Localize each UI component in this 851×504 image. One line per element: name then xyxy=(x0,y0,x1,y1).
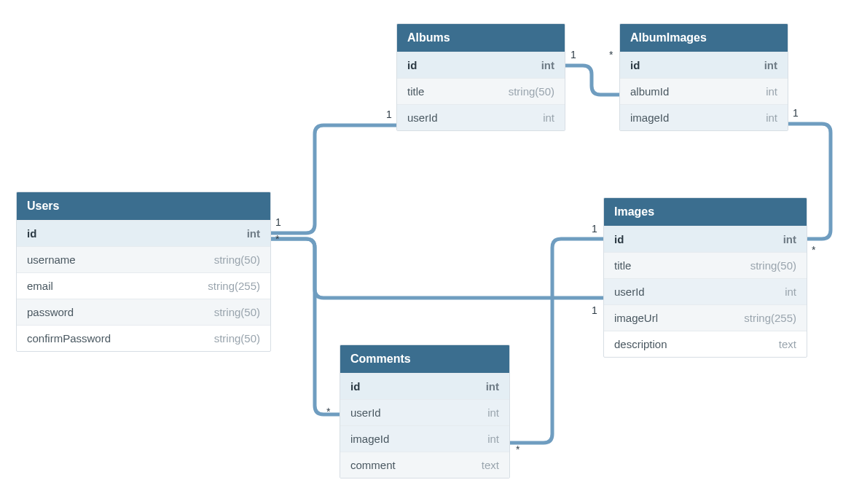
field-name: username xyxy=(27,253,76,266)
field-row: email string(255) xyxy=(17,272,270,299)
field-type: int xyxy=(486,380,499,393)
cardinality-label: 1 xyxy=(592,223,597,235)
field-name: userId xyxy=(614,286,645,298)
cardinality-label: 1 xyxy=(386,109,392,120)
field-type: string(50) xyxy=(750,259,796,272)
field-type: string(50) xyxy=(509,85,554,98)
field-row: password string(50) xyxy=(17,299,270,325)
edge-users-comments xyxy=(271,239,340,414)
field-row: imageId int xyxy=(620,104,788,130)
field-type: int xyxy=(766,111,777,124)
field-type: int xyxy=(785,286,796,298)
entity-header: Users xyxy=(17,192,270,220)
field-name: imageId xyxy=(630,111,669,124)
field-row: userId int xyxy=(604,278,807,304)
field-name: email xyxy=(27,280,53,292)
cardinality-label: 1 xyxy=(592,304,597,316)
field-type: string(50) xyxy=(214,253,260,266)
entity-albumimages[interactable]: AlbumImages id int albumId int imageId i… xyxy=(619,23,788,131)
edge-users-albums xyxy=(271,125,396,233)
field-name: id xyxy=(27,227,36,240)
cardinality-label: 1 xyxy=(570,49,576,60)
field-name: title xyxy=(614,259,631,272)
entity-users[interactable]: Users id int username string(50) email s… xyxy=(16,192,271,352)
edge-users-images xyxy=(271,239,603,298)
field-type: text xyxy=(482,459,499,471)
field-type: int xyxy=(766,85,777,98)
field-name: id xyxy=(407,59,417,71)
field-row: description text xyxy=(604,331,807,357)
field-name: id xyxy=(350,380,360,393)
field-type: int xyxy=(247,227,260,240)
field-name: id xyxy=(630,59,640,71)
entity-header: AlbumImages xyxy=(620,24,788,52)
field-row: title string(50) xyxy=(397,78,565,104)
field-row: imageId int xyxy=(340,425,509,452)
field-name: description xyxy=(614,338,667,350)
field-name: albumId xyxy=(630,85,669,98)
field-name: password xyxy=(27,306,74,318)
field-row: userId int xyxy=(340,399,509,425)
field-row: albumId int xyxy=(620,78,788,104)
entity-header: Images xyxy=(604,198,807,226)
field-name: userId xyxy=(407,111,438,124)
field-name: imageUrl xyxy=(614,312,658,324)
field-row: comment text xyxy=(340,452,509,478)
field-name: userId xyxy=(350,406,381,419)
edge-images-comments xyxy=(510,239,603,443)
cardinality-label: * xyxy=(275,233,279,245)
field-type: int xyxy=(487,433,499,445)
field-type: int xyxy=(487,406,499,419)
field-row: title string(50) xyxy=(604,252,807,278)
entity-albums[interactable]: Albums id int title string(50) userId in… xyxy=(396,23,565,131)
field-type: text xyxy=(779,338,796,350)
cardinality-label: * xyxy=(326,406,330,417)
entity-header: Comments xyxy=(340,345,509,373)
field-name: id xyxy=(614,233,624,245)
entity-images[interactable]: Images id int title string(50) userId in… xyxy=(603,197,807,358)
field-type: int xyxy=(783,233,796,245)
field-type: string(50) xyxy=(214,332,260,344)
er-diagram-canvas: Users id int username string(50) email s… xyxy=(0,0,851,504)
field-row: confirmPassword string(50) xyxy=(17,325,270,351)
edge-albums-albumimages xyxy=(565,66,619,95)
cardinality-label: * xyxy=(812,244,815,256)
field-name: title xyxy=(407,85,424,98)
field-row: imageUrl string(255) xyxy=(604,304,807,331)
field-type: int xyxy=(541,59,554,71)
field-row-pk: id int xyxy=(397,52,565,78)
cardinality-label: * xyxy=(516,444,519,455)
cardinality-label: * xyxy=(609,49,613,60)
field-type: string(50) xyxy=(214,306,260,318)
field-name: imageId xyxy=(350,433,389,445)
field-row-pk: id int xyxy=(340,373,509,399)
cardinality-label: 1 xyxy=(275,216,281,228)
field-row: username string(50) xyxy=(17,246,270,272)
entity-header: Albums xyxy=(397,24,565,52)
field-type: int xyxy=(764,59,777,71)
field-row-pk: id int xyxy=(604,226,807,252)
field-row-pk: id int xyxy=(17,220,270,246)
field-type: string(255) xyxy=(744,312,796,324)
field-row: userId int xyxy=(397,104,565,130)
entity-comments[interactable]: Comments id int userId int imageId int c… xyxy=(340,344,510,479)
field-name: comment xyxy=(350,459,396,471)
field-type: string(255) xyxy=(208,280,260,292)
cardinality-label: 1 xyxy=(793,107,799,119)
field-row-pk: id int xyxy=(620,52,788,78)
field-name: confirmPassword xyxy=(27,332,111,344)
field-type: int xyxy=(543,111,554,124)
